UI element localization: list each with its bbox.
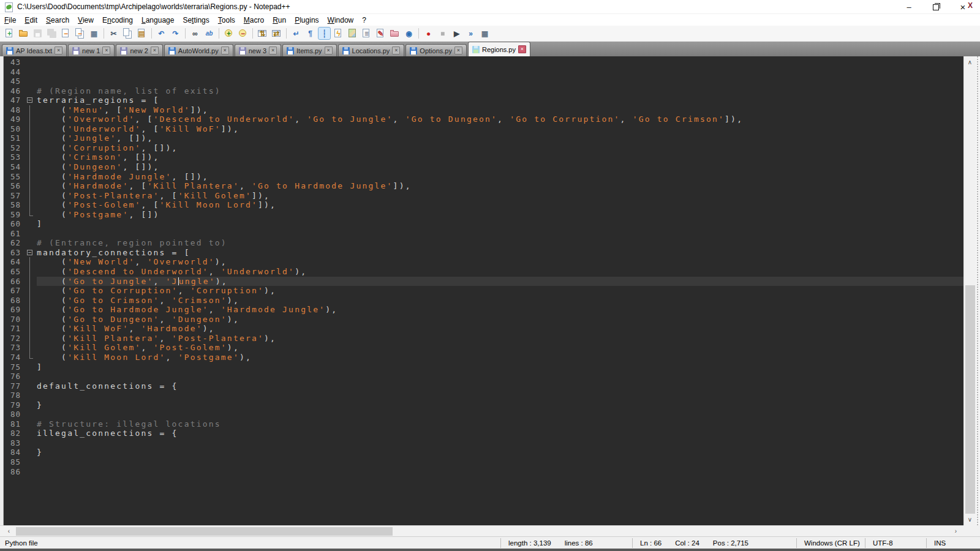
- code-line[interactable]: 50 ('Underworld', ['Kill WoF']),: [4, 124, 963, 134]
- code-line[interactable]: 58 ('Post-Golem', ['Kill Moon Lord']),: [4, 200, 963, 210]
- tab-close-icon[interactable]: ×: [102, 47, 110, 54]
- menu-item-file[interactable]: File: [0, 15, 20, 26]
- macro-run-multiple-icon[interactable]: »: [465, 28, 477, 39]
- tab-close-icon[interactable]: ×: [221, 47, 229, 54]
- cut-icon[interactable]: ✂: [108, 28, 119, 39]
- code-line[interactable]: 81# Structure: illegal locations: [4, 419, 963, 429]
- code-line[interactable]: 47−terraria_regions = [: [4, 96, 963, 105]
- undo-icon[interactable]: ↶: [156, 28, 167, 39]
- code-line[interactable]: 52 ('Corruption', []),: [4, 143, 963, 153]
- menu-item-encoding[interactable]: Encoding: [98, 15, 137, 26]
- open-folder-icon[interactable]: [18, 28, 29, 39]
- zoom-in-icon[interactable]: +: [223, 28, 235, 39]
- code-line[interactable]: 83: [4, 438, 963, 448]
- tab-close-icon[interactable]: ×: [151, 47, 159, 54]
- tab-close-icon[interactable]: ×: [325, 47, 333, 54]
- code-line[interactable]: 75]: [4, 362, 963, 372]
- code-line[interactable]: 77default_connections = {: [4, 381, 963, 391]
- code-line[interactable]: 85: [4, 457, 963, 467]
- tab-new-3[interactable]: new 3×: [235, 44, 281, 56]
- code-line[interactable]: 55 ('Hardmode Jungle', []),: [4, 172, 963, 182]
- tab-close-icon[interactable]: ×: [269, 47, 277, 54]
- function-list-icon[interactable]: ϟ: [333, 28, 344, 39]
- sync-vertical-scroll-icon[interactable]: ⇅: [257, 28, 268, 39]
- edit-marker-icon[interactable]: ✎: [375, 28, 386, 39]
- save-all-icon[interactable]: [46, 28, 58, 39]
- restore-button[interactable]: [926, 0, 946, 14]
- tab-new-1[interactable]: new 1×: [68, 44, 115, 56]
- code-line[interactable]: 61: [4, 229, 963, 239]
- code-line[interactable]: 66 ('Go to Jungle', 'Jungle'),: [4, 277, 963, 287]
- minimize-button[interactable]: –: [899, 0, 919, 14]
- code-line[interactable]: 44: [4, 67, 963, 77]
- code-line[interactable]: 60]: [4, 219, 963, 229]
- code-line[interactable]: 49 ('Overworld', ['Descend to Underworld…: [4, 114, 963, 124]
- fold-marker[interactable]: −: [24, 96, 37, 105]
- macro-record-icon[interactable]: ●: [423, 28, 434, 39]
- horizontal-scrollbar-thumb[interactable]: [16, 527, 393, 536]
- menu-item-search[interactable]: Search: [42, 15, 74, 26]
- redo-icon[interactable]: ↷: [170, 28, 181, 39]
- document-list-icon[interactable]: ≡: [361, 28, 372, 39]
- show-all-characters-icon[interactable]: ¶: [304, 28, 316, 39]
- code-line[interactable]: 84}: [4, 448, 963, 457]
- scroll-down-icon[interactable]: ∨: [964, 514, 976, 525]
- code-line[interactable]: 59 ('Postgame', []): [4, 210, 963, 220]
- code-line[interactable]: 71 ('Kill WoF', 'Hardmode'),: [4, 324, 963, 334]
- macro-play-icon[interactable]: ▶: [451, 28, 462, 39]
- code-line[interactable]: 65 ('Descend to Underworld', 'Underworld…: [4, 267, 963, 277]
- code-editor[interactable]: 43444546# (Region name, list of exits)47…: [4, 56, 963, 525]
- code-line[interactable]: 46# (Region name, list of exits): [4, 86, 963, 96]
- menu-item-help[interactable]: ?: [358, 15, 371, 26]
- code-line[interactable]: 43: [4, 58, 963, 67]
- tab-locations-py[interactable]: Locations.py×: [338, 44, 405, 56]
- code-line[interactable]: 56 ('Hardmode', ['Kill Plantera', 'Go to…: [4, 181, 963, 191]
- fold-marker[interactable]: −: [24, 248, 37, 258]
- scroll-left-icon[interactable]: ‹: [4, 527, 14, 536]
- close-file-icon[interactable]: −: [60, 28, 72, 39]
- new-file-icon[interactable]: +: [4, 28, 15, 39]
- vertical-scrollbar[interactable]: ∧ ∨: [963, 56, 976, 525]
- tab-regions-py[interactable]: Regions.py×: [468, 42, 530, 56]
- horizontal-scrollbar[interactable]: ‹ ›: [0, 525, 963, 536]
- document-map-icon[interactable]: [347, 28, 358, 39]
- code-line[interactable]: 53 ('Crimson', []),: [4, 152, 963, 162]
- menu-item-tools[interactable]: Tools: [214, 15, 239, 26]
- code-line[interactable]: 82illegal_connections = {: [4, 429, 963, 438]
- code-line[interactable]: 78: [4, 391, 963, 400]
- menu-item-run[interactable]: Run: [268, 15, 290, 26]
- menu-item-settings[interactable]: Settings: [178, 15, 213, 26]
- code-line[interactable]: 74 ('Kill Moon Lord', 'Postgame'),: [4, 353, 963, 362]
- menu-item-language[interactable]: Language: [137, 15, 178, 26]
- tab-options-py[interactable]: Options.py×: [405, 44, 467, 56]
- tab-close-icon[interactable]: ×: [518, 45, 526, 53]
- code-line[interactable]: 86: [4, 467, 963, 477]
- tab-close-icon[interactable]: ×: [454, 47, 462, 54]
- tab-close-icon[interactable]: ×: [392, 47, 400, 54]
- replace-icon[interactable]: ab: [203, 28, 215, 39]
- code-line[interactable]: 79}: [4, 400, 963, 410]
- code-line[interactable]: 70 ('Go to Dungeon', 'Dungeon'),: [4, 315, 963, 324]
- menubar-close-icon[interactable]: X: [965, 1, 975, 10]
- copy-icon[interactable]: [122, 28, 134, 39]
- macro-stop-icon[interactable]: ■: [437, 28, 448, 39]
- sync-horizontal-scroll-icon[interactable]: ⇄: [271, 28, 282, 39]
- vertical-scrollbar-thumb[interactable]: [965, 285, 975, 514]
- code-line[interactable]: 64 ('New World', 'Overworld'),: [4, 257, 963, 267]
- tab-close-icon[interactable]: ×: [55, 47, 62, 54]
- tab-items-py[interactable]: Items.py×: [282, 44, 337, 56]
- tab-ap-ideas-txt[interactable]: AP Ideas.txt×: [2, 44, 67, 56]
- menu-item-window[interactable]: Window: [323, 15, 358, 26]
- code-line[interactable]: 68 ('Go to Crimson', 'Crimson'),: [4, 296, 963, 305]
- code-line[interactable]: 72 ('Kill Plantera', 'Post-Plantera'),: [4, 334, 963, 343]
- code-line[interactable]: 73 ('Kill Golem', 'Post-Golem'),: [4, 343, 963, 353]
- word-wrap-icon[interactable]: ↵: [290, 28, 302, 39]
- find-icon[interactable]: ∞: [189, 28, 201, 39]
- close-all-files-icon[interactable]: −: [74, 28, 86, 39]
- code-line[interactable]: 76: [4, 372, 963, 381]
- code-line[interactable]: 67 ('Go to Corruption', 'Corruption'),: [4, 286, 963, 296]
- code-line[interactable]: 63−mandatory_connections = [: [4, 248, 963, 258]
- code-line[interactable]: 54 ('Dungeon', []),: [4, 162, 963, 172]
- zoom-out-icon[interactable]: −: [237, 28, 249, 39]
- menu-item-view[interactable]: View: [74, 15, 98, 26]
